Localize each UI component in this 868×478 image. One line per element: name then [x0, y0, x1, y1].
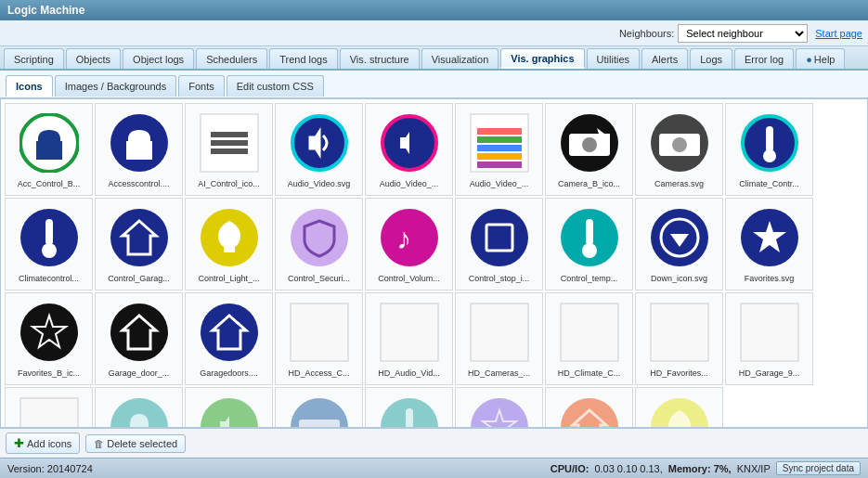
subtab-fonts[interactable]: Fonts — [178, 75, 225, 97]
icon-name-7: Cameras.svg — [654, 179, 704, 189]
icon-name-21: HD_Access_C... — [288, 368, 349, 379]
icon-thumb-11 — [196, 204, 263, 271]
svg-point-65 — [561, 398, 618, 427]
tab-scripting[interactable]: Scripting — [4, 48, 64, 69]
icon-cell-11[interactable]: Control_Light_... — [185, 198, 273, 291]
icon-cell-34[interactable] — [635, 387, 723, 427]
icon-cell-18[interactable]: Favorites_B_ic... — [5, 292, 93, 385]
icon-cell-17[interactable]: Favorites.svg — [725, 198, 813, 291]
tab-logs[interactable]: Logs — [690, 48, 732, 69]
svg-rect-61 — [406, 408, 413, 427]
icon-name-6: Camera_B_ico... — [558, 179, 620, 189]
tab-vis-structure[interactable]: Vis. structure — [340, 48, 420, 69]
icon-cell-30[interactable] — [275, 387, 363, 427]
icon-thumb-9 — [16, 204, 83, 271]
icon-cell-1[interactable]: Accesscontrol.... — [95, 103, 183, 196]
icon-cell-33[interactable] — [545, 387, 633, 427]
icon-cell-16[interactable]: Down_icon.svg — [635, 198, 723, 291]
icon-thumb-28 — [106, 394, 173, 427]
svg-point-26 — [42, 243, 57, 258]
icon-thumb-0 — [16, 110, 83, 176]
icon-cell-10[interactable]: Control_Garag... — [95, 198, 183, 291]
icon-cell-23[interactable]: HD_Cameras_... — [455, 292, 543, 385]
svg-point-27 — [110, 209, 168, 266]
tab-error-log[interactable]: Error log — [734, 48, 794, 69]
icon-cell-21[interactable]: HD_Access_C... — [275, 292, 363, 385]
icon-cell-22[interactable]: HD_Audio_Vid... — [365, 292, 453, 385]
title-bar: Logic Machine — [0, 0, 868, 20]
icon-cell-24[interactable]: HD_Climate_C... — [545, 292, 633, 385]
icon-thumb-24 — [556, 299, 623, 366]
subtab-icons[interactable]: Icons — [6, 75, 53, 97]
tab-alerts[interactable]: Alerts — [641, 48, 688, 69]
tab-objects[interactable]: Objects — [66, 48, 121, 69]
icon-cell-20[interactable]: Garagedoors.... — [185, 292, 273, 385]
icon-thumb-30 — [286, 394, 353, 427]
neighbours-label: Neighbours: — [619, 28, 674, 39]
svg-rect-51 — [471, 304, 528, 361]
memory-label: Memory: 7%, — [668, 463, 732, 474]
icon-cell-31[interactable] — [365, 387, 453, 427]
icon-cell-3[interactable]: Audio_Video.svg — [275, 103, 363, 196]
icon-cell-27[interactable] — [5, 387, 93, 427]
icon-cell-7[interactable]: Cameras.svg — [635, 103, 723, 196]
cpu-value: 0.03 0.10 0.13, — [594, 463, 662, 474]
icon-cell-13[interactable]: ♪Control_Volum... — [365, 198, 453, 291]
tab-visualization[interactable]: Visualization — [421, 48, 499, 69]
icon-name-4: Audio_Video_... — [380, 179, 438, 189]
icon-cell-0[interactable]: Acc_Control_B... — [5, 103, 93, 196]
delete-selected-button[interactable]: 🗑 Delete selected — [85, 434, 186, 453]
svg-rect-59 — [299, 420, 340, 427]
svg-rect-22 — [766, 126, 773, 152]
icon-thumb-4 — [376, 110, 443, 176]
svg-rect-4 — [211, 140, 248, 146]
icon-cell-6[interactable]: Camera_B_ico... — [545, 103, 633, 196]
icon-cell-2[interactable]: AI_Control_ico... — [185, 103, 273, 196]
icon-cell-29[interactable] — [185, 387, 273, 427]
tab-trend-logs[interactable]: Trend logs — [269, 48, 338, 69]
icon-cell-9[interactable]: Climatecontrol... — [5, 198, 93, 291]
icon-thumb-14 — [466, 204, 533, 271]
icon-thumb-19 — [106, 299, 173, 366]
icon-name-18: Favorites_B_ic... — [18, 368, 80, 379]
icon-thumb-18 — [16, 299, 83, 366]
tab-vis-graphics[interactable]: Vis. graphics — [500, 48, 584, 69]
svg-point-37 — [582, 243, 597, 258]
icon-cell-5[interactable]: Audio_Video_... — [455, 103, 543, 196]
svg-rect-25 — [45, 219, 53, 245]
icon-name-9: Climatecontrol... — [19, 274, 79, 284]
icon-cell-8[interactable]: Climate_Contr... — [725, 103, 813, 196]
icon-cell-32[interactable] — [455, 387, 543, 427]
subtab-images-backgrounds[interactable]: Images / Backgrounds — [55, 75, 176, 97]
sub-tabs: Icons Images / Backgrounds Fonts Edit cu… — [0, 71, 868, 98]
icon-grid: Acc_Control_B...Accesscontrol....AI_Cont… — [5, 103, 863, 427]
svg-rect-36 — [586, 219, 593, 245]
svg-rect-52 — [561, 304, 618, 361]
icon-cell-14[interactable]: Control_stop_i... — [455, 198, 543, 291]
icon-cell-28[interactable] — [95, 387, 183, 427]
tab-object-logs[interactable]: Object logs — [123, 48, 194, 69]
icon-cell-4[interactable]: Audio_Video_... — [365, 103, 453, 196]
add-icons-button[interactable]: ✚ Add icons — [6, 433, 80, 454]
app-title: Logic Machine — [7, 4, 84, 17]
start-page-link[interactable]: Start page — [815, 28, 862, 39]
svg-text:♪: ♪ — [396, 222, 411, 255]
icon-cell-15[interactable]: Control_temp... — [545, 198, 633, 291]
icon-cell-12[interactable]: Control_Securi... — [275, 198, 363, 291]
main-tabs: Scripting Objects Object logs Schedulers… — [0, 46, 868, 71]
icon-name-16: Down_icon.svg — [651, 274, 707, 284]
tab-schedulers[interactable]: Schedulers — [196, 48, 267, 69]
status-right: CPU/IO: 0.03 0.10 0.13, Memory: 7%, KNX/… — [551, 461, 861, 475]
icon-cell-19[interactable]: Garage_door_... — [95, 292, 183, 385]
icon-cell-26[interactable]: HD_Garage_9... — [725, 292, 813, 385]
sync-project-data-button[interactable]: Sync project data — [776, 461, 861, 475]
tab-utilities[interactable]: Utilities — [587, 48, 640, 69]
svg-rect-5 — [211, 149, 248, 154]
subtab-edit-custom-css[interactable]: Edit custom CSS — [227, 75, 324, 97]
icon-cell-25[interactable]: HD_Favorites... — [635, 292, 723, 385]
version-value: 20140724 — [47, 463, 93, 474]
neighbours-select[interactable]: Select neighbour — [678, 24, 808, 43]
icon-grid-wrapper[interactable]: Acc_Control_B...Accesscontrol....AI_Cont… — [1, 99, 867, 427]
icon-thumb-7 — [646, 110, 713, 176]
tab-help[interactable]: ● Help — [796, 48, 845, 69]
